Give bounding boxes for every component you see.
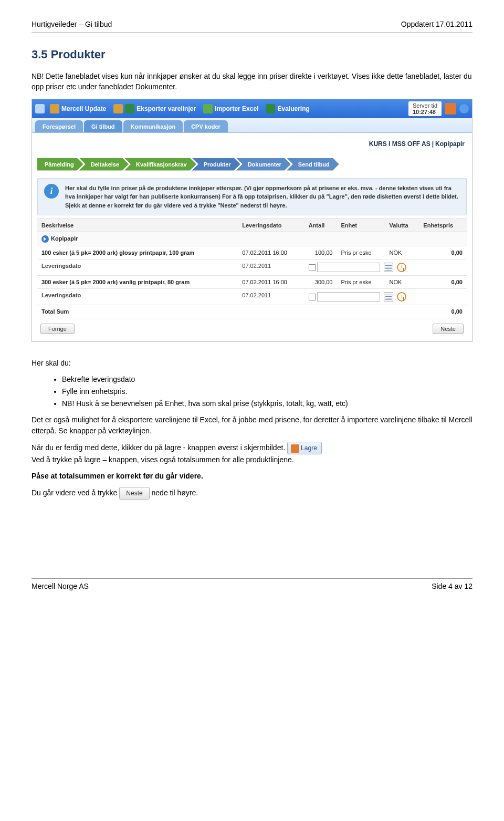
server-time: Server tid 10:27:48 xyxy=(408,101,442,116)
document-icon xyxy=(50,104,59,113)
table-subrow: Leveringsdato 07.02.2011 xyxy=(37,259,467,276)
prev-button[interactable]: Forrige xyxy=(40,324,75,334)
wizard-deltakelse[interactable]: Deltakelse xyxy=(79,158,129,171)
info-icon: i xyxy=(44,184,59,199)
after-p5: Du går videre ved å trykke Neste nede ti… xyxy=(32,487,472,500)
bullet-list: Bekrefte leveringsdato Fylle inn enhetsp… xyxy=(62,374,472,409)
help-icon[interactable] xyxy=(459,104,469,113)
app-footer: Forrige Neste xyxy=(37,318,467,336)
info-text: Her skal du fylle inn priser på de produ… xyxy=(65,184,460,210)
checkbox[interactable] xyxy=(309,264,316,271)
excel-icon xyxy=(125,104,134,113)
after-p3: Når du er ferdig med dette, klikker du p… xyxy=(32,442,472,465)
checkbox[interactable] xyxy=(309,294,316,300)
after-text: Her skal du: Bekrefte leveringsdato Fyll… xyxy=(32,358,472,500)
app-toolbar: Mercell Update Eksporter varelinjer Impo… xyxy=(32,99,472,118)
wizard-dokumenter[interactable]: Dokumenter xyxy=(236,158,291,171)
app-screenshot: Mercell Update Eksporter varelinjer Impo… xyxy=(32,99,472,342)
toolbar-update[interactable]: Mercell Update xyxy=(48,103,108,115)
wizard-kvalifikasjon[interactable]: Kvalifikasjonskrav xyxy=(124,158,196,171)
neste-inline-button: Neste xyxy=(119,487,149,500)
app-tabs: Forespørsel Gi tilbud Kommunikasjon CPV … xyxy=(32,118,472,133)
delivery-date-input[interactable] xyxy=(317,263,380,272)
table-header-row: Beskrivelse Leveringsdato Antall Enhet V… xyxy=(37,219,467,232)
calendar-icon[interactable] xyxy=(384,292,393,302)
tab-cpv-koder[interactable]: CPV koder xyxy=(184,120,228,132)
clock-icon[interactable] xyxy=(397,263,406,272)
document-footer: Mercell Norge AS Side 4 av 12 xyxy=(32,578,472,590)
after-p2: Det er også mulighet for å eksportere va… xyxy=(32,414,472,437)
section-title: 3.5 Produkter xyxy=(32,48,472,61)
table-row: 100 esker (á 5 pk= 2000 ark) glossy prin… xyxy=(37,246,467,259)
wizard-pamelding[interactable]: Påmelding xyxy=(37,158,83,171)
chevron-down-icon xyxy=(41,235,49,243)
table-subrow: Leveringsdato 07.02.2011 xyxy=(37,289,467,305)
after-p4: Påse at totalsummen er korrekt før du gå… xyxy=(32,471,472,482)
tab-foresporsel[interactable]: Forespørsel xyxy=(35,120,83,132)
table-group-row[interactable]: Kopipapir xyxy=(37,232,467,246)
save-icon[interactable] xyxy=(445,103,456,115)
document-header: Hurtigveileder – Gi tilbud Oppdatert 17.… xyxy=(32,20,472,33)
wizard-produkter[interactable]: Produkter xyxy=(192,158,240,171)
header-left: Hurtigveileder – Gi tilbud xyxy=(32,20,112,28)
product-table: Beskrivelse Leveringsdato Antall Enhet V… xyxy=(37,219,467,318)
next-button[interactable]: Neste xyxy=(433,324,464,334)
delivery-date-input[interactable] xyxy=(317,292,380,302)
toolbar-evaluate[interactable]: Evaluering xyxy=(264,103,311,115)
tab-gi-tilbud[interactable]: Gi tilbud xyxy=(84,120,122,132)
toolbar-import-excel[interactable]: Importer Excel xyxy=(201,103,260,115)
wizard-send-tilbud[interactable]: Send tilbud xyxy=(287,158,339,171)
star-icon xyxy=(35,104,45,113)
calendar-icon[interactable] xyxy=(384,263,393,272)
save-icon xyxy=(291,444,299,453)
table-row: 300 esker (á 5 pk= 2000 ark) vanlig prin… xyxy=(37,276,467,289)
list-item: NB! Husk å se benevnelsen på Enhet, hva … xyxy=(62,398,472,409)
intro-paragraph: NB! Dette fanebladet vises kun når innkj… xyxy=(32,71,472,92)
table-total-row: Total Sum 0,00 xyxy=(37,305,467,318)
sheet-icon xyxy=(113,104,123,113)
lagre-inline-button: Lagre xyxy=(287,442,322,454)
footer-right: Side 4 av 12 xyxy=(432,582,472,590)
after-intro: Her skal du: xyxy=(32,358,472,369)
clock-icon[interactable] xyxy=(397,292,406,302)
tab-kommunikasjon[interactable]: Kommunikasjon xyxy=(123,120,183,132)
header-right: Oppdatert 17.01.2011 xyxy=(401,20,472,28)
footer-left: Mercell Norge AS xyxy=(32,582,89,590)
arrows-icon xyxy=(203,104,213,113)
list-item: Fylle inn enhetspris. xyxy=(62,386,472,397)
toolbar-export-lines[interactable]: Eksporter varelinjer xyxy=(111,103,198,115)
breadcrumb: KURS I MSS OFF AS|Kopipapir xyxy=(37,140,467,148)
excel-icon xyxy=(266,104,275,113)
wizard-steps: Påmelding Deltakelse Kvalifikasjonskrav … xyxy=(37,158,467,171)
list-item: Bekrefte leveringsdato xyxy=(62,374,472,385)
info-panel: i Her skal du fylle inn priser på de pro… xyxy=(37,178,467,216)
